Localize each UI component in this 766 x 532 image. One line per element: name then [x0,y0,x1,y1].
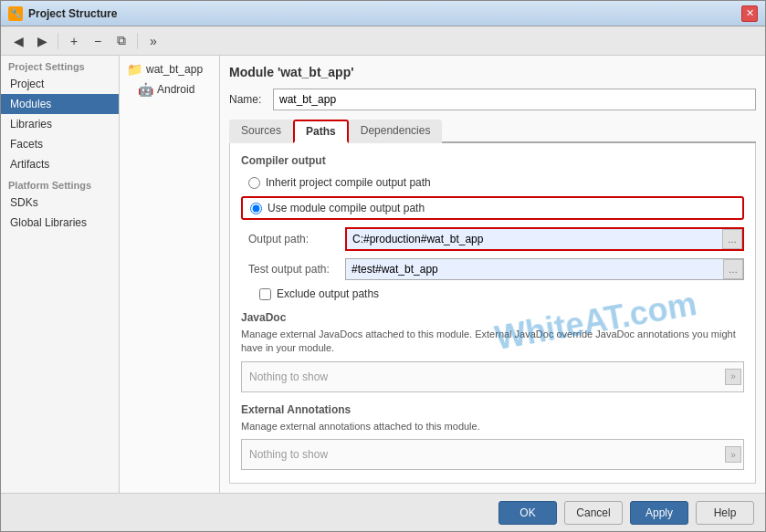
javadoc-empty-label: Nothing to show [249,370,328,383]
tree-panel: 📁 wat_bt_app 🤖 Android [120,56,220,493]
right-panel: WhiteAT.com Module 'wat_bt_app' Name: So… [220,56,765,493]
tab-dependencies[interactable]: Dependencies [349,120,443,143]
toolbar-separator-2 [137,33,138,49]
window-title: Project Structure [28,7,117,20]
bottom-bar: OK Cancel Apply Help [1,493,765,531]
external-annotations-empty-label: Nothing to show [249,448,328,461]
use-module-radio-label: Use module compile output path [268,202,425,214]
close-button[interactable]: ✕ [741,5,758,22]
sidebar-item-libraries[interactable]: Libraries [1,114,119,134]
window-icon: 🔧 [8,6,23,21]
tree-item-android[interactable]: 🤖 Android [120,79,219,99]
add-button[interactable]: + [64,31,84,51]
tree-module-label: wat_bt_app [146,63,203,76]
sidebar-item-global-libraries[interactable]: Global Libraries [1,213,119,233]
ok-button[interactable]: OK [498,501,557,525]
sidebar-item-artifacts[interactable]: Artifacts [1,154,119,174]
javadoc-desc: Manage external JavaDocs attached to thi… [241,328,744,356]
external-annotations-list: Nothing to show » [241,439,744,470]
external-annotations-section: External Annotations Manage external ann… [241,403,744,470]
main-content: Project Settings Project Modules Librari… [1,56,765,493]
cancel-button[interactable]: Cancel [564,501,623,525]
tab-content: Compiler output Inherit project compile … [229,143,756,484]
external-annotations-title: External Annotations [241,403,744,416]
exclude-checkbox-row: Exclude output paths [241,287,744,300]
name-input[interactable] [273,89,756,110]
tree-android-label: Android [157,83,194,96]
sidebar-item-project[interactable]: Project [1,74,119,94]
external-annotations-expand-button[interactable]: » [725,446,741,463]
tab-bar: Sources Paths Dependencies [229,120,756,143]
test-output-path-row: Test output path: … [241,258,744,280]
exclude-checkbox-label: Exclude output paths [277,287,379,300]
exclude-checkbox[interactable] [259,288,271,300]
apply-button[interactable]: Apply [630,501,688,525]
use-module-radio-row: Use module compile output path [241,196,744,220]
left-panel: Project Settings Project Modules Librari… [1,56,120,493]
forward-button[interactable]: ▶ [32,31,52,51]
external-annotations-desc: Manage external annotations attached to … [241,420,744,433]
title-bar: 🔧 Project Structure ✕ [1,1,765,26]
javadoc-section: JavaDoc Manage external JavaDocs attache… [241,311,744,392]
test-output-path-label: Test output path: [248,263,340,276]
compiler-output-title: Compiler output [241,154,744,167]
folder-icon: 📁 [127,62,142,77]
output-path-row: Output path: … [241,227,744,251]
inherit-radio[interactable] [248,177,260,189]
output-path-browse-button[interactable]: … [722,229,742,249]
project-settings-label: Project Settings [1,56,119,74]
module-title: Module 'wat_bt_app' [229,65,756,79]
javadoc-expand-button[interactable]: » [725,369,741,385]
name-row: Name: [229,89,756,110]
toolbar: ◀ ▶ + − ⧉ » [1,26,765,56]
output-path-label: Output path: [248,233,340,245]
use-module-radio[interactable] [250,203,262,214]
output-path-input-wrapper: … [345,227,744,251]
javadoc-title: JavaDoc [241,311,744,324]
test-output-path-input-wrapper: … [345,258,744,280]
sidebar-item-modules[interactable]: Modules [1,94,119,114]
tab-sources[interactable]: Sources [229,120,293,143]
output-path-input[interactable] [347,229,722,249]
tree-item-module[interactable]: 📁 wat_bt_app [120,59,219,79]
copy-button[interactable]: ⧉ [111,31,131,51]
sidebar-item-sdks[interactable]: SDKs [1,193,119,213]
back-button[interactable]: ◀ [8,31,28,51]
test-output-path-input[interactable] [346,259,723,279]
sidebar-item-facets[interactable]: Facets [1,134,119,154]
android-icon: 🤖 [138,82,153,97]
remove-button[interactable]: − [88,31,108,51]
platform-settings-label: Platform Settings [1,174,119,193]
inherit-radio-label: Inherit project compile output path [266,176,431,189]
main-window: 🔧 Project Structure ✕ ◀ ▶ + − ⧉ » Projec… [0,0,766,532]
toolbar-separator-1 [58,33,58,49]
help-button[interactable]: Help [696,501,754,525]
inherit-radio-row: Inherit project compile output path [241,176,744,189]
name-label: Name: [229,93,266,106]
title-bar-left: 🔧 Project Structure [8,6,117,21]
javadoc-list: Nothing to show » [241,361,744,392]
tab-paths[interactable]: Paths [293,120,349,143]
test-output-path-browse-button[interactable]: … [723,259,743,279]
more-button[interactable]: » [143,31,163,51]
